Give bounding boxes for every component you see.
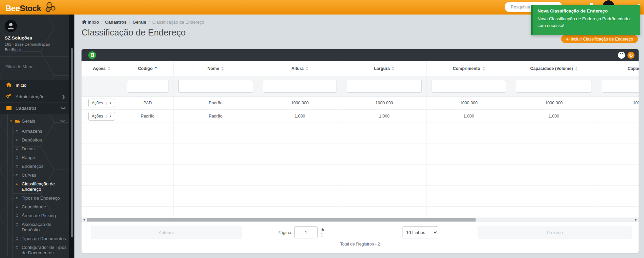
sidebar-item-administracao[interactable]: Administração❯ [0,91,69,103]
sidebar-item-label: Docas [22,146,34,151]
add-classification-button[interactable]: + Incluir Classificação de Endereço [561,35,638,43]
sidebar-item-classificacao-de-endereco[interactable]: Classificação de Endereço [0,180,69,194]
sidebar-item-label: Tipos de Documentos [22,236,66,241]
column-filter-input[interactable] [127,80,168,93]
bullet-icon [16,156,18,159]
sidebar-item-enderecos[interactable]: Endereços [0,162,69,171]
column-filter-input[interactable] [516,80,592,93]
sidebar-item-tipos-de-documentos[interactable]: Tipos de Documentos [0,234,69,243]
empty-cell [122,165,174,175]
sidebar-scrollbar-track[interactable] [69,15,74,258]
sidebar-item-range[interactable]: Range [0,153,69,162]
sidebar-item-depositos[interactable]: Depósitos [0,136,69,145]
empty-cell [511,207,597,217]
horizontal-scrollbar[interactable]: ◀ ▶ [82,217,639,222]
empty-cell [511,123,597,133]
empty-cell [82,196,122,207]
column-header-acoes[interactable]: Ações [82,61,122,76]
column-header-capacidade-volume-[interactable]: Capacidade (Volume) [511,61,597,76]
column-header-nome[interactable]: Nome [174,61,258,76]
tree-stub [13,207,15,207]
empty-cell [342,175,427,186]
column-filter-input[interactable] [178,80,253,93]
empty-cell [82,186,122,196]
bullet-icon [16,139,18,141]
next-page-button[interactable]: Próximo [478,226,632,239]
column-filter-input[interactable] [263,80,337,93]
sidebar-item-curvas[interactable]: Curvas [0,171,69,180]
scroll-left-arrow-icon[interactable]: ◀ [82,217,87,222]
sidebar-item-inicio[interactable]: Início [0,80,69,91]
bullet-icon [10,120,12,122]
column-header-codigo[interactable]: Código [122,61,174,76]
horizontal-scrollbar-thumb[interactable] [87,218,476,222]
refresh-icon[interactable]: ↻ [627,52,635,59]
sidebar-item-configurador-de-tipos-de-documentos[interactable]: Configurador de Tipos de Documentos [0,243,69,257]
empty-table-row [82,186,639,196]
logo-text-bee: Bee [5,4,20,13]
excel-export-icon[interactable]: x [88,51,96,59]
empty-cell [174,144,258,154]
empty-cell [427,144,511,154]
sidebar-item-capacidade[interactable]: Capacidade [0,203,69,211]
breadcrumb-home-link[interactable]: Início [82,20,99,25]
success-toast[interactable]: Nova Classificação de Endereço Nova Clas… [531,5,640,35]
breadcrumb-link[interactable]: Início [88,20,99,25]
sidebar-item-areas-de-picking[interactable]: Áreas de Picking [0,211,69,220]
page-size-select[interactable]: 10 Linhas [402,226,439,238]
sidebar-item-associacao-de-deposito[interactable]: Associação de Depósito [0,220,69,234]
row-actions-button[interactable]: Ações▼ [88,112,115,121]
empty-cell [427,165,511,175]
empty-table-row [82,133,639,144]
sidebar-scrollbar-thumb[interactable] [71,48,73,237]
previous-page-button[interactable]: Anterior [91,226,242,239]
sidebar-item-tipos-de-endereco[interactable]: Tipos de Endereço [0,194,69,203]
filter-cell [258,76,342,97]
bullet-icon [16,183,18,185]
sidebar-item-armazens[interactable]: Armazéns [0,127,69,136]
tree-stub [13,158,15,158]
fullscreen-icon[interactable] [618,52,625,59]
column-header-altura[interactable]: Altura [258,61,342,76]
menu-filter-input[interactable] [5,63,65,72]
tree-stub [13,166,15,167]
column-filter-input[interactable] [602,80,639,93]
page-number-input[interactable] [294,226,318,238]
gears-icon [5,94,12,100]
sidebar-item-docas[interactable]: Docas [0,145,69,153]
sidebar-item-label: Capacidade [22,204,46,209]
empty-cell [342,123,427,133]
empty-cell [342,133,427,144]
empty-cell [174,207,258,217]
caret-down-icon: ▼ [106,102,115,105]
sort-icon [306,67,308,71]
breadcrumb-link[interactable]: Cadastros [105,20,127,25]
scroll-right-arrow-icon[interactable]: ▶ [634,217,639,222]
empty-cell [174,196,258,207]
sort-icon [392,67,394,71]
filter-cell [597,76,639,97]
grid-filter-row [82,76,639,97]
column-header-largura[interactable]: Largura [342,61,427,76]
empty-cell [258,175,342,186]
empty-cell [427,196,511,207]
tree-stub [13,216,15,216]
sidebar-item-cadastros[interactable]: Cadastros❯ [0,103,69,114]
empty-cell [258,207,342,217]
empty-cell [174,123,258,133]
column-filter-input[interactable] [432,80,506,93]
sidebar-group-label: Gerais [22,119,35,124]
column-header-comprimento[interactable]: Comprimento [427,61,511,76]
column-header-label: Capacidade [627,66,639,71]
column-filter-input[interactable] [347,80,422,93]
sidebar-group-gerais[interactable]: Gerais❯ [0,117,69,125]
empty-cell [597,196,639,207]
breadcrumb-link[interactable]: Gerais [133,20,146,25]
table-cell: 1000.000 [427,97,511,110]
empty-cell [597,175,639,186]
column-header-label: Altura [291,66,303,71]
empty-cell [174,154,258,165]
empty-table-row [82,207,639,217]
column-header-capacidade[interactable]: Capacidade [597,61,639,76]
row-actions-button[interactable]: Ações▼ [88,99,115,107]
